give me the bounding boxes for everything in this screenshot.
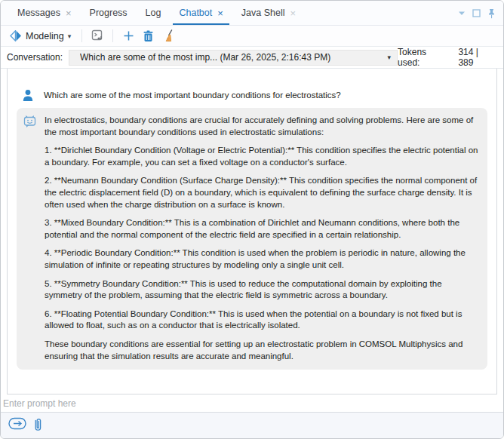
send-prompt-button[interactable] [8, 417, 26, 430]
conversation-select[interactable]: Which are some of the most imp... (Mar 2… [69, 50, 398, 66]
tab-label: Messages [17, 8, 60, 18]
chevron-down-icon: ▾ [388, 54, 392, 61]
tab-log[interactable]: Log [137, 1, 171, 25]
user-message-row: Which are some of the most important bou… [22, 89, 487, 102]
tokens-value: 314 | 389 [458, 47, 496, 68]
tab-label: Java Shell [241, 8, 285, 18]
model-selector[interactable]: Modeling ▾ [7, 29, 74, 43]
bot-paragraph: In electrostatics, boundary conditions a… [45, 115, 478, 138]
attach-file-paperclip-icon[interactable] [33, 417, 43, 432]
new-conversation-button[interactable] [121, 29, 136, 44]
bot-paragraph: 6. **Floating Potential Boundary Conditi… [45, 309, 478, 332]
chat-viewport[interactable]: Which are some of the most important bou… [7, 69, 497, 394]
user-icon [22, 89, 34, 102]
chevron-down-icon: ▾ [68, 32, 72, 40]
tokens-used: Tokens used: 314 | 389 [398, 47, 497, 68]
robot-icon [23, 115, 37, 129]
tab-progress[interactable]: Progress [81, 1, 137, 25]
pin-icon[interactable] [487, 8, 496, 19]
send-to-shell-button[interactable] [90, 29, 105, 44]
prompt-row [1, 394, 503, 413]
tab-bar: Messages × Progress Log Chatbot × Java S… [1, 1, 503, 26]
toolbar-separator [81, 29, 82, 42]
bot-message-bubble: In electrostatics, boundary conditions a… [17, 108, 487, 370]
model-selector-label: Modeling [26, 31, 64, 41]
bot-paragraph: 2. **Neumann Boundary Condition (Surface… [45, 175, 478, 210]
tab-messages[interactable]: Messages × [8, 1, 81, 25]
user-message-text: Which are some of the most important bou… [44, 89, 341, 100]
toolbar-separator [112, 29, 113, 42]
delete-conversation-button[interactable] [140, 29, 155, 44]
chevron-down-icon[interactable] [458, 11, 466, 16]
prompt-input[interactable] [1, 394, 503, 412]
chat-area-wrapper: Which are some of the most important bou… [1, 69, 503, 394]
tab-chatbot[interactable]: Chatbot × [170, 1, 232, 25]
window-controls [458, 1, 496, 26]
conversation-label: Conversation: [7, 52, 63, 63]
tab-label: Progress [90, 8, 128, 18]
tab-java-shell[interactable]: Java Shell × [232, 1, 305, 25]
bot-paragraph: 3. **Mixed Boundary Condition:** This is… [45, 217, 478, 241]
bot-paragraph: 5. **Symmetry Boundary Condition:** This… [45, 278, 478, 302]
bot-paragraph: 4. **Periodic Boundary Condition:** This… [45, 247, 478, 271]
conversation-row: Conversation: Which are some of the most… [1, 47, 503, 69]
maximize-icon[interactable] [472, 9, 481, 17]
bot-paragraph: 1. **Dirichlet Boundary Condition (Volta… [45, 145, 478, 168]
modeling-icon [10, 30, 22, 41]
chatbot-toolbar: Modeling ▾ [1, 26, 503, 47]
tab-label: Chatbot [179, 8, 212, 18]
clear-conversation-broom-icon[interactable] [160, 29, 175, 44]
close-icon[interactable]: × [66, 8, 72, 18]
tokens-label: Tokens used: [398, 47, 450, 68]
prompt-action-bar [1, 413, 503, 438]
bot-paragraph: These boundary conditions are essential … [45, 339, 478, 362]
chatbot-panel-window: Messages × Progress Log Chatbot × Java S… [0, 0, 504, 439]
tab-label: Log [146, 8, 161, 18]
bot-message-text: In electrostatics, boundary conditions a… [45, 115, 478, 362]
close-icon[interactable]: × [217, 8, 223, 18]
conversation-selected-value: Which are some of the most imp... (Mar 2… [80, 52, 383, 63]
close-icon[interactable]: × [290, 8, 297, 18]
